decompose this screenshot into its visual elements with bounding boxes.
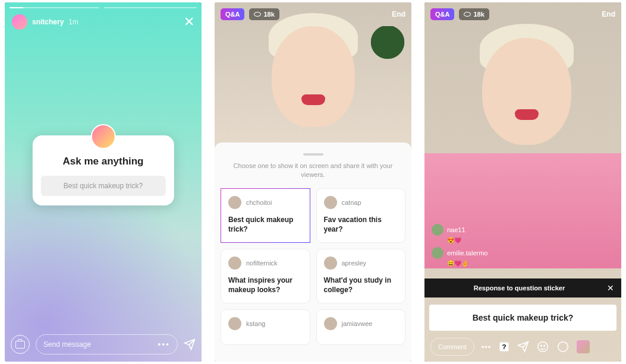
svg-point-3 (541, 345, 542, 346)
camera-button[interactable] (11, 335, 30, 354)
media-picker-thumbnail[interactable] (577, 340, 590, 353)
live-broadcast-screen: Q&A 18k End nae11😍💗emilie.talermo😄💗✌️ Re… (424, 2, 621, 362)
viewer-count-badge[interactable]: 18k (249, 8, 279, 20)
send-message-input[interactable]: Send message ••• (36, 334, 178, 354)
question-text: What inspires your makeup looks? (228, 276, 303, 295)
commenter-avatar (432, 224, 443, 236)
effects-icon[interactable] (556, 340, 570, 353)
qa-badge: Q&A (430, 8, 454, 20)
story-timestamp: 1m (68, 18, 78, 26)
question-avatar (228, 196, 241, 209)
sheet-caption: Choose one to show it on screen and shar… (221, 162, 405, 180)
live-comment[interactable]: nae11 (432, 224, 487, 236)
question-card[interactable]: catnapFav vacation this year? (316, 188, 406, 243)
camera-icon (15, 341, 25, 349)
eye-icon (464, 12, 471, 17)
question-username: jamiavwee (342, 320, 373, 327)
question-card-icon[interactable]: ? (498, 341, 510, 353)
author-avatar[interactable] (12, 14, 27, 30)
story-progress-segment (104, 7, 197, 8)
question-username: nofilternick (246, 259, 278, 267)
comment-reaction: 😍💗 (447, 237, 487, 243)
question-sticker[interactable]: Ask me anything Best quick makeup trick? (32, 135, 174, 205)
live-comment[interactable]: emilie.talermo (432, 247, 487, 259)
question-username: chchoitoi (246, 199, 272, 206)
face-filter-icon[interactable] (536, 340, 549, 353)
question-avatar (324, 196, 337, 209)
viewer-count: 18k (263, 11, 274, 18)
live-video-preview (215, 2, 411, 153)
question-card[interactable]: apresleyWhat'd you study in college? (316, 249, 406, 303)
end-live-button[interactable]: End (602, 10, 615, 18)
viewer-count-badge[interactable]: 18k (459, 8, 489, 20)
comment-reaction: 😄💗✌️ (447, 260, 487, 267)
svg-point-2 (538, 342, 548, 352)
sticker-answer-input[interactable]: Best quick makeup trick? (40, 176, 165, 196)
story-screen: snitchery 1m ✕ Ask me anything Best quic… (5, 2, 202, 362)
response-question-card: Best quick makeup trick? (429, 305, 616, 331)
story-progress-segment (10, 7, 99, 8)
commenter-username: nae11 (447, 226, 465, 233)
question-card[interactable]: nofilternickWhat inspires your makeup lo… (221, 249, 310, 303)
question-text: Fav vacation this year? (324, 215, 398, 234)
end-live-button[interactable]: End (392, 10, 405, 18)
sticker-prompt: Ask me anything (40, 156, 165, 167)
close-icon[interactable]: ✕ (184, 15, 194, 29)
eye-icon (254, 12, 261, 17)
question-avatar (228, 257, 241, 270)
response-header: Response to question sticker ✕ (424, 278, 621, 297)
question-text: What'd you study in college? (324, 276, 398, 295)
commenter-username: emilie.talermo (447, 249, 487, 257)
response-header-title: Response to question sticker (432, 284, 607, 292)
author-username[interactable]: snitchery (32, 18, 64, 26)
sticker-avatar (91, 124, 116, 149)
sheet-handle[interactable] (303, 153, 323, 156)
question-card[interactable]: chchoitoiBest quick makeup trick? (221, 188, 310, 243)
share-icon[interactable] (184, 338, 196, 350)
question-avatar (228, 317, 241, 330)
question-username: apresley (342, 259, 367, 267)
question-avatar (324, 317, 337, 330)
question-username: kstang (246, 320, 265, 327)
svg-point-4 (544, 345, 545, 346)
question-avatar (324, 257, 337, 270)
share-icon[interactable] (517, 341, 529, 353)
qa-badge: Q&A (221, 8, 244, 20)
question-card[interactable]: kstang (221, 309, 310, 345)
viewer-count: 18k (473, 11, 484, 18)
commenter-avatar (432, 247, 443, 259)
comment-input[interactable]: Comment (430, 338, 474, 356)
send-placeholder: Send message (43, 340, 91, 349)
live-question-picker-screen: Q&A 18k End Choose one to show it on scr… (215, 2, 411, 362)
question-username: catnap (342, 199, 361, 206)
question-text: Best quick makeup trick? (228, 215, 303, 234)
question-sheet[interactable]: Choose one to show it on screen and shar… (215, 143, 411, 362)
close-response-icon[interactable]: ✕ (607, 283, 614, 293)
story-progress-bars (10, 7, 197, 8)
more-button[interactable]: ••• (482, 343, 492, 352)
svg-text:?: ? (502, 343, 507, 350)
question-card[interactable]: jamiavwee (316, 309, 406, 345)
more-icon[interactable]: ••• (158, 340, 170, 349)
